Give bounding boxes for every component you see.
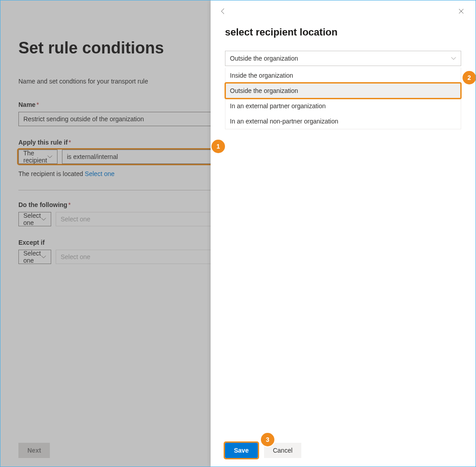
location-option-nonpartner[interactable]: In an external non-partner organization — [225, 114, 461, 129]
back-button[interactable] — [217, 5, 229, 18]
close-button[interactable] — [455, 5, 467, 18]
location-dropdown-value: Outside the organization — [230, 55, 298, 62]
side-panel-title: select recipient location — [225, 26, 461, 38]
save-button[interactable]: Save — [225, 443, 258, 458]
step-badge-1: 1 — [212, 140, 225, 153]
location-dropdown[interactable]: Outside the organization — [225, 51, 461, 66]
step-badge-3: 3 — [261, 433, 274, 446]
location-option-inside[interactable]: Inside the organization — [225, 68, 461, 83]
chevron-down-icon — [451, 56, 456, 61]
location-dropdown-list: Inside the organization Outside the orga… — [225, 68, 461, 129]
side-panel: select recipient location Outside the or… — [211, 0, 476, 467]
side-panel-header — [211, 0, 476, 22]
step-badge-2: 2 — [463, 71, 476, 84]
side-panel-body: select recipient location Outside the or… — [211, 22, 476, 434]
side-panel-footer: Save Cancel — [211, 434, 476, 467]
location-option-partner[interactable]: In an external partner organization — [225, 98, 461, 114]
location-option-outside[interactable]: Outside the organization — [225, 83, 461, 98]
